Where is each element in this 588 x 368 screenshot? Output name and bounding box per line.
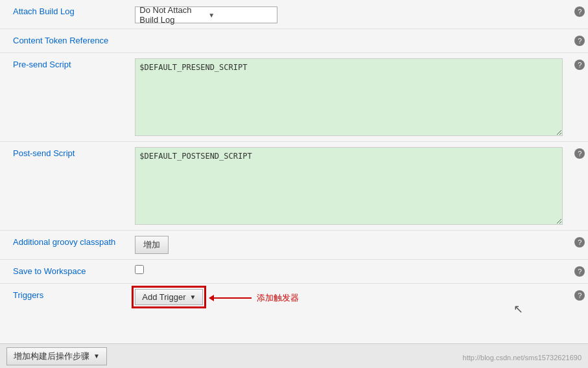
help-icon-4[interactable]: ?: [574, 148, 585, 159]
groovy-classpath-help: ?: [569, 231, 588, 260]
help-icon-7[interactable]: ?: [574, 290, 585, 301]
arrow-line: [213, 297, 252, 299]
pre-send-script-row: Pre-send Script $DEFAULT_PRESEND_SCRIPT …: [0, 53, 588, 142]
content-token-help: ?: [569, 29, 588, 53]
save-to-workspace-row: Save to Workspace ?: [0, 260, 588, 284]
main-content: Attach Build Log Do Not Attach Build Log…: [0, 0, 588, 349]
cursor-icon: ↖: [513, 302, 523, 316]
annotation-text: 添加触发器: [257, 292, 299, 304]
post-send-script-help: ?: [569, 142, 588, 231]
add-classpath-button[interactable]: 增加: [135, 236, 169, 254]
save-to-workspace-help: ?: [569, 260, 588, 284]
add-post-build-label: 增加构建后操作步骤: [14, 351, 89, 362]
help-icon-2[interactable]: ?: [574, 36, 585, 46]
content-token-label: Content Token Reference: [0, 29, 128, 53]
watermark: http://blog.csdn.net/sms15732621690: [463, 354, 582, 362]
form-table: Attach Build Log Do Not Attach Build Log…: [0, 0, 588, 349]
save-to-workspace-label: Save to Workspace: [0, 260, 128, 284]
select-arrow-icon: ▼: [208, 12, 273, 19]
post-build-arrow-icon: ▼: [93, 352, 100, 360]
post-send-script-label: Post-send Script: [0, 142, 128, 231]
attach-build-log-select[interactable]: Do Not Attach Build Log ▼: [135, 6, 277, 23]
save-to-workspace-checkbox[interactable]: [135, 265, 144, 274]
attach-build-log-help: ?: [569, 0, 588, 29]
save-to-workspace-control: [128, 260, 569, 284]
attach-build-log-value: Do Not Attach Build Log: [139, 5, 204, 25]
triggers-label: Triggers: [0, 284, 128, 311]
attach-build-log-label: Attach Build Log: [0, 0, 128, 29]
add-post-build-button[interactable]: 增加构建后操作步骤 ▼: [6, 347, 107, 365]
groovy-classpath-control: 增加: [128, 231, 569, 260]
help-icon-3[interactable]: ?: [574, 60, 585, 70]
pre-send-script-help: ?: [569, 53, 588, 142]
triggers-control: Add Trigger ▼ 添加触发器: [128, 284, 569, 311]
add-trigger-container: Add Trigger ▼ 添加触发器: [135, 289, 203, 305]
help-icon[interactable]: ?: [574, 6, 585, 17]
add-trigger-label: Add Trigger: [142, 292, 185, 302]
add-trigger-button[interactable]: Add Trigger ▼: [135, 289, 203, 305]
help-icon-6[interactable]: ?: [574, 266, 585, 277]
annotation-arrow: 添加触发器: [213, 292, 299, 304]
triggers-help: ?: [569, 284, 588, 311]
groovy-classpath-row: Additional groovy classpath 增加 ?: [0, 231, 588, 260]
pre-send-script-textarea[interactable]: $DEFAULT_PRESEND_SCRIPT: [135, 58, 563, 136]
attach-build-log-row: Attach Build Log Do Not Attach Build Log…: [0, 0, 588, 29]
pre-send-script-label: Pre-send Script: [0, 53, 128, 142]
attach-build-log-control: Do Not Attach Build Log ▼: [128, 0, 569, 29]
triggers-row: Triggers Add Trigger ▼ 添加触发器 ?: [0, 284, 588, 311]
post-send-script-control: $DEFAULT_POSTSEND_SCRIPT: [128, 142, 569, 231]
post-send-script-row: Post-send Script $DEFAULT_POSTSEND_SCRIP…: [0, 142, 588, 231]
content-token-control: [128, 29, 569, 53]
content-token-reference-row: Content Token Reference ?: [0, 29, 588, 53]
add-trigger-arrow-icon: ▼: [189, 293, 196, 301]
pre-send-script-control: $DEFAULT_PRESEND_SCRIPT: [128, 53, 569, 142]
groovy-classpath-label: Additional groovy classpath: [0, 231, 128, 260]
help-icon-5[interactable]: ?: [574, 237, 585, 247]
post-send-script-textarea[interactable]: $DEFAULT_POSTSEND_SCRIPT: [135, 147, 563, 225]
